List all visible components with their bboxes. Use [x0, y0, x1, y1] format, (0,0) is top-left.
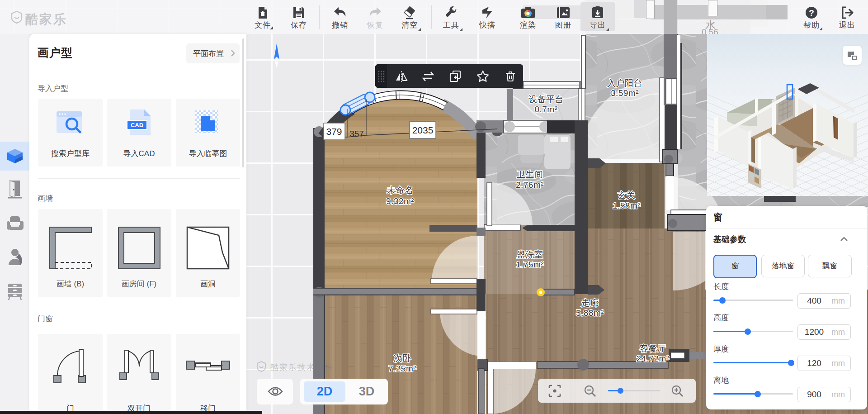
svg-text:1.58m²: 1.58m²	[613, 201, 641, 210]
svg-text:入户阳台: 入户阳台	[607, 78, 642, 88]
svg-text:5.88m²: 5.88m²	[576, 308, 604, 318]
svg-text:2035: 2035	[412, 125, 434, 135]
svg-text:3.59m²: 3.59m²	[611, 88, 639, 98]
svg-text:客餐厅: 客餐厅	[640, 344, 666, 353]
svg-text:设备平台: 设备平台	[528, 95, 564, 104]
svg-text:CAD: CAD	[131, 122, 143, 128]
svg-text:1.75m²: 1.75m²	[516, 260, 544, 269]
svg-text:2.76m²: 2.76m²	[516, 180, 544, 190]
svg-text:走廊: 走廊	[581, 298, 599, 308]
svg-text:9.32m²: 9.32m²	[386, 196, 414, 206]
svg-text:379: 379	[326, 126, 342, 137]
svg-text:盥洗室: 盥洗室	[517, 250, 543, 259]
svg-text:玄关: 玄关	[618, 190, 636, 200]
svg-text:卫生间: 卫生间	[517, 170, 543, 179]
svg-text:未命名: 未命名	[387, 186, 414, 195]
svg-text:次卧: 次卧	[394, 353, 411, 363]
svg-text:0.7m²: 0.7m²	[534, 105, 557, 114]
svg-text:357: 357	[349, 129, 364, 138]
svg-text:24.72m²: 24.72m²	[636, 354, 669, 363]
svg-text:?: ?	[809, 8, 814, 18]
